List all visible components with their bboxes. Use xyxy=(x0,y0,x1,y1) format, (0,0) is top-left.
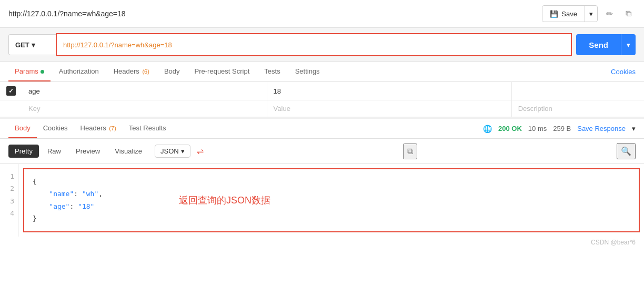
save-response-chevron[interactable]: ▾ xyxy=(632,125,636,132)
tab-body[interactable]: Body xyxy=(158,62,186,81)
code-area: 1 2 3 4 { "name": "wh", "age": "18" } 返回… xyxy=(0,164,644,237)
response-time: 10 ms xyxy=(528,125,547,132)
line-numbers: 1 2 3 4 xyxy=(0,164,19,237)
tab-params[interactable]: Params xyxy=(8,62,51,81)
url-input-wrap xyxy=(56,33,572,56)
send-button[interactable]: Send xyxy=(576,34,621,55)
copy-icon-button[interactable]: ⧉ xyxy=(621,6,636,22)
globe-icon: 🌐 xyxy=(483,125,492,133)
wrap-icon[interactable]: ⇌ xyxy=(197,146,204,156)
copy-response-button[interactable]: ⧉ xyxy=(403,144,417,159)
row2-key-placeholder: Key xyxy=(28,105,40,112)
save-label: Save xyxy=(561,10,577,18)
row1-value: 18 xyxy=(274,87,281,95)
save-response-link[interactable]: Save Response xyxy=(577,125,626,132)
response-size: 259 B xyxy=(553,125,571,132)
response-tab-testresults[interactable]: Test Results xyxy=(123,119,173,138)
code-line-1: { xyxy=(33,176,630,188)
send-btn-group: Send ▾ xyxy=(576,34,636,55)
format-tab-visualize[interactable]: Visualize xyxy=(108,145,148,158)
watermark: CSDN @bear*6 xyxy=(0,237,644,250)
request-tabs: Params Authorization Headers (6) Body Pr… xyxy=(0,62,644,82)
edit-icon-button[interactable]: ✏ xyxy=(602,6,617,22)
url-input[interactable] xyxy=(57,34,571,55)
tab-tests[interactable]: Tests xyxy=(258,62,286,81)
json-format-select[interactable]: JSON ▾ xyxy=(155,145,190,158)
save-dropdown-button[interactable]: ▾ xyxy=(585,7,597,21)
headers-badge: (6) xyxy=(142,68,149,75)
code-content: { "name": "wh", "age": "18" } xyxy=(23,168,640,232)
response-tab-body[interactable]: Body xyxy=(8,119,37,138)
method-chevron-icon: ▾ xyxy=(32,41,35,49)
method-select[interactable]: GET ▾ xyxy=(8,34,56,55)
json-chevron-icon: ▾ xyxy=(181,147,185,155)
row1-checkbox[interactable]: ✓ xyxy=(6,86,16,96)
url-bar: GET ▾ Send ▾ xyxy=(0,28,644,62)
row2-value-placeholder: Value xyxy=(274,105,290,112)
response-section: Body Cookies Headers (7) Test Results 🌐 … xyxy=(0,117,644,237)
method-label: GET xyxy=(15,41,29,49)
table-row-empty: Key Value Description xyxy=(0,100,644,117)
search-response-button[interactable]: 🔍 xyxy=(617,143,636,159)
table-row: ✓ age 18 xyxy=(0,82,644,100)
top-bar-url: http://127.0.0.1/?name=wh&age=18 xyxy=(8,9,126,18)
save-btn-group: 💾 Save ▾ xyxy=(542,5,598,22)
save-floppy-icon: 💾 xyxy=(550,10,558,18)
tab-authorization[interactable]: Authorization xyxy=(53,62,105,81)
format-bar: Pretty Raw Preview Visualize JSON ▾ ⇌ ⧉ … xyxy=(0,139,644,164)
row2-desc-placeholder: Description xyxy=(518,105,552,112)
send-dropdown-button[interactable]: ▾ xyxy=(621,34,636,55)
top-bar-actions: 💾 Save ▾ ✏ ⧉ xyxy=(542,5,636,22)
save-button[interactable]: 💾 Save xyxy=(542,7,585,21)
response-status-bar: 🌐 200 OK 10 ms 259 B Save Response ▾ xyxy=(483,125,636,133)
tab-settings[interactable]: Settings xyxy=(289,62,326,81)
json-format-label: JSON xyxy=(160,147,179,155)
annotation-text: 返回查询的JSON数据 xyxy=(179,194,270,207)
params-dot xyxy=(41,70,44,74)
format-tab-raw[interactable]: Raw xyxy=(41,145,67,158)
resp-headers-badge: (7) xyxy=(109,125,116,131)
top-bar: http://127.0.0.1/?name=wh&age=18 💾 Save … xyxy=(0,0,644,28)
response-tabs-bar: Body Cookies Headers (7) Test Results 🌐 … xyxy=(0,119,644,139)
params-table: ✓ age 18 Key Value Description xyxy=(0,82,644,117)
tab-prerequest[interactable]: Pre-request Script xyxy=(188,62,256,81)
format-tab-pretty[interactable]: Pretty xyxy=(8,145,39,158)
code-line-3: "age": "18" xyxy=(33,200,630,212)
tab-headers[interactable]: Headers (6) xyxy=(107,62,156,81)
code-line-2: "name": "wh", xyxy=(33,188,630,200)
status-ok: 200 OK xyxy=(498,125,522,132)
format-tab-preview[interactable]: Preview xyxy=(69,145,106,158)
cookies-link[interactable]: Cookies xyxy=(611,68,636,76)
response-tab-headers[interactable]: Headers (7) xyxy=(74,119,123,138)
code-line-4: } xyxy=(33,212,630,224)
response-tab-cookies[interactable]: Cookies xyxy=(37,119,74,138)
row1-key: age xyxy=(28,87,40,95)
